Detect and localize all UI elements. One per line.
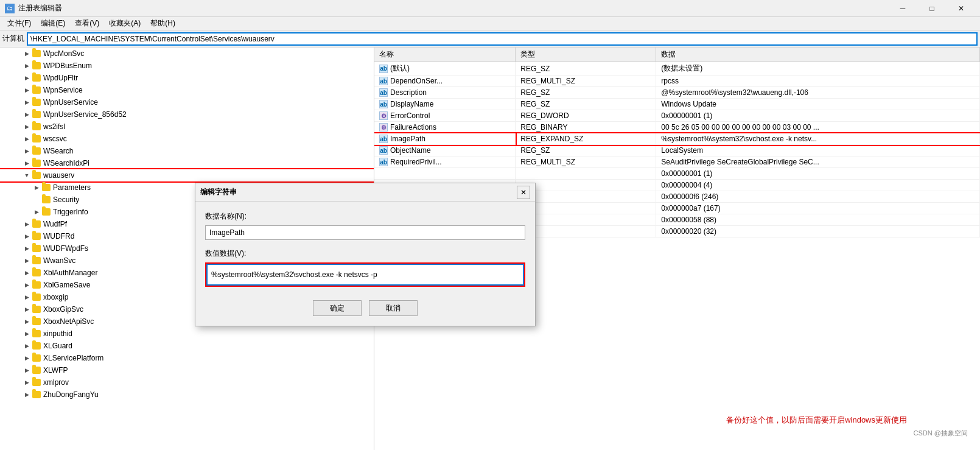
address-bar: 计算机 xyxy=(0,30,980,47)
dialog-name-input[interactable] xyxy=(205,225,525,240)
dialog-buttons: 确定 取消 xyxy=(205,295,525,316)
reg-name-cell: ab DependOnSer... xyxy=(374,76,516,87)
reg-data: 0x000000f6 (246) xyxy=(656,191,980,203)
folder-icon xyxy=(41,195,51,204)
menu-favorites[interactable]: 收藏夹(A) xyxy=(104,17,145,30)
tree-item-WpnUserService856d52[interactable]: ▶ WpnUserService_856d52 xyxy=(0,108,374,121)
tree-label: XblGameSave xyxy=(43,281,90,289)
close-button[interactable]: ✕ xyxy=(947,0,975,17)
tree-label: WpdUpFltr xyxy=(43,74,78,82)
reg-data: %systemroot%\system32\svchost.exe -k net… xyxy=(656,133,980,145)
table-row[interactable]: ab RequiredPrivil... REG_MULTI_SZ SeAudi… xyxy=(374,156,980,168)
expand-icon: ▶ xyxy=(22,61,32,71)
reg-type-icon: ⚙ xyxy=(379,123,388,132)
reg-name: FailureActions xyxy=(390,123,436,132)
reg-type: REG_DWORD xyxy=(516,110,656,122)
expand-icon: ▶ xyxy=(32,183,41,192)
tree-item-wscsvc[interactable]: ▶ wscsvc xyxy=(0,133,374,145)
table-row[interactable]: ⚙ FailureActions REG_BINARY 00 5c 26 05 … xyxy=(374,122,980,133)
folder-icon xyxy=(32,342,41,350)
dialog-data-input[interactable] xyxy=(206,264,524,286)
table-row[interactable]: ab Description REG_SZ @%systemroot%\syst… xyxy=(374,87,980,99)
reg-name: DependOnSer... xyxy=(390,77,443,85)
table-row[interactable]: ab DependOnSer... REG_MULTI_SZ rpcss xyxy=(374,76,980,87)
dialog-data-wrapper xyxy=(205,262,525,287)
tree-item-wuauserv[interactable]: ▼ wuauserv xyxy=(0,169,374,181)
folder-icon xyxy=(41,208,51,216)
tree-label: xmlprov xyxy=(43,378,69,387)
tree-item-WSearchIdxPi[interactable]: ▶ WSearchIdxPi xyxy=(0,157,374,169)
tree-item-ws2ifsl[interactable]: ▶ ws2ifsl xyxy=(0,121,374,133)
dialog-body: 数据名称(N): 数值数据(V): 确定 取消 xyxy=(195,202,535,326)
tree-item-WpnService[interactable]: ▶ WpnService xyxy=(0,84,374,96)
tree-label: WUDFRd xyxy=(43,232,74,241)
table-row[interactable]: ab DisplayName REG_SZ Windows Update xyxy=(374,99,980,110)
expand-icon: ▶ xyxy=(22,73,32,83)
expand-icon: ▶ xyxy=(22,49,32,58)
dialog-ok-button[interactable]: 确定 xyxy=(313,300,362,316)
reg-name: ImagePath xyxy=(390,135,425,143)
folder-icon xyxy=(32,74,41,82)
tree-item-XLWFP[interactable]: ▶ XLWFP xyxy=(0,364,374,376)
tree-item-WpcMonSvc[interactable]: ▶ WpcMonSvc xyxy=(0,47,374,60)
tree-label: WwanSvc xyxy=(43,256,75,265)
window-controls: ─ □ ✕ xyxy=(889,0,975,17)
tree-item-xmlprov[interactable]: ▶ xmlprov xyxy=(0,376,374,388)
reg-data: LocalSystem xyxy=(656,145,980,156)
reg-name-cell: ab Description xyxy=(374,87,516,99)
reg-data: 0x00000001 (1) xyxy=(656,168,980,180)
folder-icon xyxy=(32,98,41,107)
dialog-close-button[interactable]: ✕ xyxy=(517,186,530,199)
table-row[interactable]: ab (默认) REG_SZ (数据未设置) xyxy=(374,62,980,76)
tree-item-WPDBusEnum[interactable]: ▶ WPDBusEnum xyxy=(0,60,374,72)
tree-label: WSearchIdxPi xyxy=(43,159,89,167)
reg-type xyxy=(516,191,656,203)
tree-item-WSearch[interactable]: ▶ WSearch xyxy=(0,145,374,157)
folder-icon xyxy=(32,135,41,143)
col-header-name: 名称 xyxy=(374,47,516,62)
table-row[interactable]: 0x00000001 (1) xyxy=(374,168,980,180)
table-row-imagepath[interactable]: ab ImagePath REG_EXPAND_SZ %systemroot%\… xyxy=(374,133,980,145)
reg-type: REG_SZ xyxy=(516,87,656,99)
tree-label: xinputhid xyxy=(43,329,72,338)
reg-type-icon: ab xyxy=(379,158,388,166)
folder-icon xyxy=(32,293,41,301)
menu-file[interactable]: 文件(F) xyxy=(2,17,36,30)
table-row[interactable]: ab ObjectName REG_SZ LocalSystem xyxy=(374,145,980,156)
tree-item-WpdUpFltr[interactable]: ▶ WpdUpFltr xyxy=(0,72,374,84)
folder-icon xyxy=(32,269,41,277)
maximize-button[interactable]: □ xyxy=(918,0,946,17)
reg-name-cell: ⚙ FailureActions xyxy=(374,122,516,133)
menu-edit[interactable]: 编辑(E) xyxy=(36,17,70,30)
annotation-text: 备份好这个值，以防后面需要开启windows更新使用 xyxy=(726,415,907,426)
address-label: 计算机 xyxy=(2,33,24,44)
reg-type-icon: ab xyxy=(379,135,388,143)
reg-type: REG_MULTI_SZ xyxy=(516,76,656,87)
expand-icon: ▶ xyxy=(22,219,32,229)
tree-item-ZhuDongFangYu[interactable]: ▶ ZhuDongFangYu xyxy=(0,388,374,401)
tree-item-XLServicePlatform[interactable]: ▶ XLServicePlatform xyxy=(0,352,374,364)
table-row[interactable]: ⚙ ErrorControl REG_DWORD 0x00000001 (1) xyxy=(374,110,980,122)
tree-label: WpnUserService xyxy=(43,98,98,107)
expand-icon: ▶ xyxy=(22,110,32,119)
tree-label: XboxGipSvc xyxy=(43,305,83,314)
expand-icon: ▶ xyxy=(22,365,32,375)
tree-item-XLGuard[interactable]: ▶ XLGuard xyxy=(0,340,374,352)
expand-icon: ▶ xyxy=(22,231,32,241)
tree-item-xinputhid[interactable]: ▶ xinputhid xyxy=(0,328,374,340)
minimize-button[interactable]: ─ xyxy=(889,0,917,17)
reg-type xyxy=(516,203,656,214)
folder-icon xyxy=(32,171,41,180)
expand-icon: ▶ xyxy=(22,390,32,399)
tree-label: Parameters xyxy=(53,183,91,192)
expand-icon: ▶ xyxy=(22,304,32,314)
menu-view[interactable]: 查看(V) xyxy=(70,17,104,30)
expand-icon: ▶ xyxy=(22,329,32,339)
address-input[interactable] xyxy=(27,32,978,46)
tree-item-WpnUserService[interactable]: ▶ WpnUserService xyxy=(0,96,374,108)
menu-help[interactable]: 帮助(H) xyxy=(145,17,180,30)
expand-icon: ▶ xyxy=(22,353,32,363)
expand-icon: ▶ xyxy=(22,122,32,132)
menu-bar: 文件(F) 编辑(E) 查看(V) 收藏夹(A) 帮助(H) xyxy=(0,17,980,30)
dialog-cancel-button[interactable]: 取消 xyxy=(369,300,418,316)
